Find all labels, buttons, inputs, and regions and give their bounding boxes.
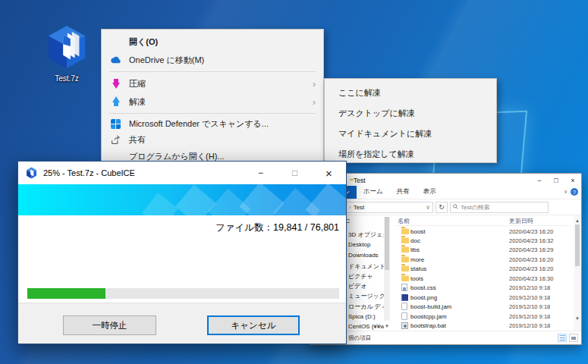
file-row[interactable]: doc2020/04/23 16:32	[395, 236, 571, 245]
file-icon	[401, 312, 410, 320]
bat-file-icon	[401, 322, 410, 329]
menu-item-share[interactable]: 共有	[102, 132, 323, 148]
close-icon[interactable]: ×	[564, 174, 581, 187]
file-row[interactable]: boost-build.jam2019/12/10 9:18	[395, 302, 571, 311]
view-thumbnails-icon[interactable]	[569, 334, 578, 342]
refresh-icon[interactable]: ↻	[435, 202, 448, 213]
menu-separator	[109, 113, 316, 114]
menu-item-compress[interactable]: 圧縮 ›	[102, 74, 323, 93]
sidebar-item-centos-wsl[interactable]: CentOS (¥¥wsl$)	[348, 323, 384, 330]
file-row[interactable]: more2020/04/23 16:20	[395, 255, 571, 264]
dialog-body: ファイル数：19,841 / 76,801 経過時間：00:02:32 残り時間…	[18, 215, 346, 303]
tab-view[interactable]: 表示	[417, 186, 443, 199]
breadcrumb-path[interactable]: Test	[354, 204, 365, 211]
submenu-item-extract-mydocs[interactable]: マイドキュメントに解凍	[325, 124, 496, 144]
close-icon[interactable]: ×	[312, 162, 346, 184]
sidebar-item-spica-d[interactable]: Spica (D:)	[348, 313, 376, 320]
sidebar-item-documents[interactable]: ドキュメント	[348, 262, 384, 271]
cancel-button[interactable]: キャンセル	[207, 315, 300, 335]
folder-icon	[401, 237, 410, 243]
explorer-titlebar[interactable]: Test − □ ×	[310, 174, 581, 187]
dialog-banner	[18, 184, 346, 215]
progress-bar	[27, 288, 339, 299]
file-list-scrollbar[interactable]: ▲ ▼	[574, 215, 581, 331]
file-row[interactable]: boost2020/04/23 16:20	[395, 227, 571, 236]
dialog-title: 25% - Test.7z - CubeICE	[43, 168, 244, 177]
view-details-icon[interactable]	[558, 334, 567, 342]
sidebar-item-3dobjects[interactable]: 3D オブジェクト	[348, 231, 384, 239]
file-icon	[401, 303, 410, 310]
minimize-icon[interactable]: −	[244, 162, 278, 184]
sidebar-item-local-disk-c[interactable]: ローカル ディスク (C:)	[348, 303, 384, 311]
sidebar-item-pictures[interactable]: ピクチャ	[348, 272, 373, 281]
column-header-name[interactable]: 名前	[398, 217, 410, 225]
maximize-icon[interactable]: □	[278, 162, 312, 184]
sidebar-item-desktop[interactable]: Desktop	[348, 241, 370, 248]
file-row[interactable]: status2020/04/23 16:20	[395, 264, 571, 273]
status-bar: 個の項目	[310, 331, 581, 344]
submenu-chevron-icon: ›	[313, 78, 316, 89]
column-headers: 名前 更新日時	[395, 217, 571, 226]
scroll-up-icon[interactable]: ▲	[574, 217, 581, 224]
search-icon	[453, 204, 458, 211]
tab-share[interactable]: 共有	[390, 186, 417, 199]
progress-bar-fill	[27, 288, 105, 299]
dialog-titlebar[interactable]: 25% - Test.7z - CubeICE − □ ×	[18, 162, 346, 184]
desktop-icon-label: Test.7z	[30, 74, 103, 83]
file-row[interactable]: tools2020/04/23 16:30	[395, 274, 571, 283]
defender-icon	[109, 118, 122, 130]
search-input[interactable]	[461, 204, 546, 211]
column-header-date[interactable]: 更新日時	[509, 217, 533, 225]
file-row[interactable]: boost.css2019/12/10 9:18	[395, 283, 571, 292]
scroll-down-icon[interactable]: ▼	[574, 315, 581, 322]
explorer-main: PC 3D オブジェクト Desktop Downloads ドキュメント ピク…	[310, 215, 581, 331]
menu-item-defender-scan[interactable]: Microsoft Defender でスキャンする...	[102, 116, 323, 132]
extract-submenu: ここに解凍 デスクトップに解凍 マイドキュメントに解凍 場所を指定して解凍	[324, 78, 497, 163]
file-row[interactable]: boost.png2019/12/10 9:18	[395, 293, 571, 302]
css-file-icon	[401, 284, 410, 291]
sidebar-item-downloads[interactable]: Downloads	[348, 252, 379, 259]
sidebar-scrollbar[interactable]	[384, 217, 390, 321]
minimize-icon[interactable]: −	[531, 174, 548, 187]
folder-icon	[401, 228, 410, 234]
file-row[interactable]: libs2020/04/23 16:29	[395, 245, 571, 254]
onedrive-cloud-icon	[109, 54, 122, 66]
ribbon-tabs: ファイル ホーム 共有 表示 ∨ ?	[310, 187, 581, 199]
extract-arrow-icon	[109, 96, 122, 108]
submenu-chevron-icon: ›	[313, 96, 316, 108]
submenu-item-extract-here[interactable]: ここに解凍	[325, 83, 496, 103]
tab-home[interactable]: ホーム	[357, 186, 390, 199]
file-row[interactable]: boostcpp.jam2019/12/10 9:18	[395, 312, 571, 321]
submenu-item-extract-location[interactable]: 場所を指定して解凍	[325, 144, 496, 165]
compress-arrow-icon	[109, 77, 122, 89]
desktop-icon-test7z[interactable]: Test.7z	[30, 24, 103, 83]
dialog-footer: 一時停止 キャンセル	[18, 303, 346, 344]
menu-item-open[interactable]: 開く(O)	[102, 33, 323, 51]
maximize-icon[interactable]: □	[548, 174, 564, 187]
address-bar: ∨ ↑ › Test ∨ ↻	[310, 199, 581, 215]
explorer-window: Test − □ × ファイル ホーム 共有 表示 ∨ ? ∨ ↑ › Test	[310, 173, 582, 345]
sidebar-item-music[interactable]: ミュージック	[348, 292, 384, 300]
menu-separator	[109, 71, 316, 72]
help-icon[interactable]: ?	[571, 188, 578, 196]
share-icon	[109, 134, 122, 146]
explorer-title: Test	[354, 177, 531, 184]
cube-app-icon	[26, 167, 37, 179]
search-box[interactable]	[450, 202, 549, 213]
cubeice-progress-dialog: 25% - Test.7z - CubeICE − □ × ファイル数：19,8…	[17, 161, 347, 344]
pause-button[interactable]: 一時停止	[63, 315, 156, 335]
file-row[interactable]: bootstrap.bat2019/12/10 9:18	[395, 321, 571, 330]
menu-item-extract[interactable]: 解凍 ›	[102, 93, 323, 111]
file-count-label: ファイル数：19,841 / 76,801	[215, 221, 339, 234]
sidebar-item-videos[interactable]: ビデオ	[348, 282, 367, 290]
file-list: 名前 更新日時 boost2020/04/23 16:20 doc2020/04…	[395, 215, 571, 331]
ribbon-expand-icon[interactable]: ∨	[564, 189, 568, 195]
sidebar-scroll-down-icon[interactable]: ▼	[384, 322, 390, 330]
breadcrumb[interactable]: › Test ∨	[336, 202, 433, 213]
address-dropdown-icon[interactable]: ∨	[426, 204, 430, 211]
folder-icon	[401, 246, 410, 253]
desktop: Test.7z Test − □ × ファイル ホーム 共有 表示 ∨ ? ∨ …	[0, 0, 588, 364]
context-menu: 開く(O) OneDrive に移動(M) 圧縮 › 解凍 › Microsof…	[101, 29, 324, 164]
submenu-item-extract-desktop[interactable]: デスクトップに解凍	[325, 103, 496, 124]
menu-item-onedrive[interactable]: OneDrive に移動(M)	[102, 51, 323, 69]
